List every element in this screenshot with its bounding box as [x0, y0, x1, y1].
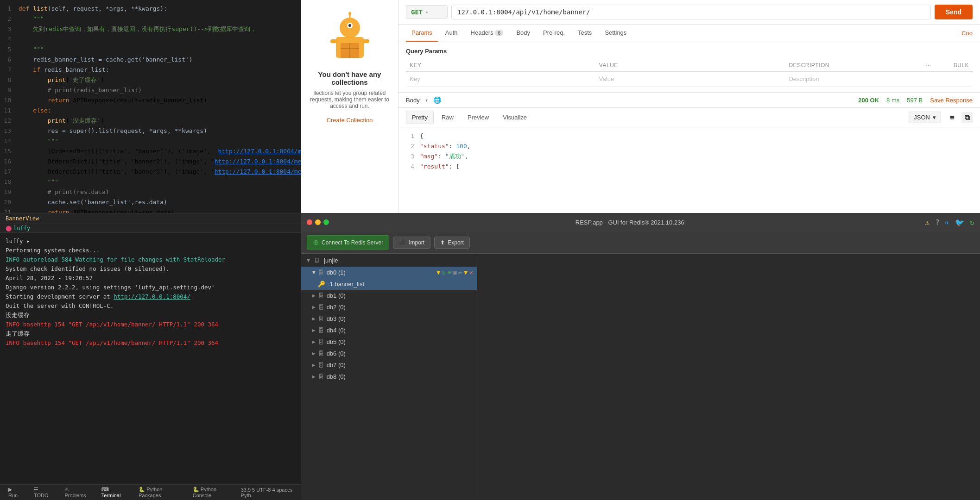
body-label: Body [406, 97, 420, 104]
tab-settings[interactable]: Settings [599, 25, 632, 42]
json-line-content: "result": [ [420, 162, 460, 172]
terminal-db-icon[interactable]: ▭ [459, 269, 462, 276]
tab-prereq[interactable]: Pre-req. [537, 25, 570, 42]
line-number: 6 [0, 55, 19, 65]
line-content: redis_banner_list = cache.get('banner_li… [19, 55, 301, 65]
db-expand-icon: ▶ [312, 350, 316, 356]
response-meta: Body ▾ 🌐 200 OK 8 ms 597 B Save Response [398, 92, 980, 108]
add-key-icon[interactable]: ⊕ [448, 269, 451, 276]
refresh-icon[interactable]: ↻ [970, 218, 974, 227]
resp-tab-raw[interactable]: Raw [436, 111, 460, 124]
svg-point-3 [348, 24, 351, 27]
key-placeholder[interactable]: Key [406, 72, 595, 87]
filter-icon[interactable]: ▼ [436, 269, 440, 276]
redis-db-row[interactable]: ▶ 🗄 db4 (0) [301, 325, 477, 336]
db-icon: 🗄 [318, 350, 324, 357]
method-label: GET [411, 8, 423, 16]
db-name: db2 (0) [327, 304, 346, 311]
line-content: print('没走缓存') [19, 116, 301, 126]
terminal-bottom-tab[interactable]: ⚠ Problems [62, 486, 91, 499]
terminal-bottom-tab[interactable]: ⌨ Terminal [99, 486, 128, 499]
db-expand-icon: ▶ [312, 304, 316, 310]
db-icon: 🗄 [318, 304, 324, 311]
export-icon: ⬆ [440, 239, 445, 246]
redis-db-row[interactable]: ▶ 🗄 db8 (0) [301, 371, 477, 382]
redis-sidebar: ▼🖥junjie ▼ 🗄 db0 (1) ▼ ↻ ⊕ ▣ ▭ ▼ ✕ 🔑 :1:… [301, 254, 477, 500]
redis-key-row[interactable]: 🔑 :1:banner_list [301, 278, 477, 290]
redis-db-row[interactable]: ▶ 🗄 db6 (0) [301, 348, 477, 359]
redis-db-row[interactable]: ▶ 🗄 db2 (0) [301, 301, 477, 313]
resp-tab-preview[interactable]: Preview [462, 111, 495, 124]
terminal-bottom-tab[interactable]: 🐍 Python Packages [136, 486, 183, 499]
postman-request-panel: GET ▾ Send Params Auth Headers 6 Body Pr… [398, 0, 980, 213]
terminal-bottom-tab[interactable]: ☰ TODO [31, 486, 54, 499]
method-select[interactable]: GET ▾ [406, 5, 448, 19]
line-content: if redis_banner_list: [19, 65, 301, 75]
maximize-button[interactable] [323, 219, 329, 225]
cookie-link[interactable]: Coo [961, 30, 973, 37]
resp-tab-visualize[interactable]: Visualize [497, 111, 533, 124]
terminal-bottom-tab[interactable]: 🐍 Python Console [190, 486, 234, 499]
terminal-link[interactable]: http://127.0.0.1:8004/ [114, 293, 190, 300]
view-icon[interactable]: ▣ [453, 269, 457, 276]
line-number: 18 [0, 177, 19, 187]
json-line: 2 "status": 100, [406, 141, 973, 151]
connect-redis-button[interactable]: ⊕ Connect To Redis Server [307, 235, 389, 250]
tab-body[interactable]: Body [511, 25, 536, 42]
redis-db-row[interactable]: ▶ 🗄 db5 (0) [301, 336, 477, 348]
line-content: res = super().list(request, *args, **kwa… [19, 126, 301, 136]
warning-icon[interactable]: ⚠ [925, 218, 929, 227]
copy-icon[interactable]: ⧉ [961, 112, 973, 123]
redis-db-row[interactable]: ▶ 🗄 db7 (0) [301, 359, 477, 371]
line-number: 19 [0, 187, 19, 197]
tab-headers[interactable]: Headers 6 [465, 25, 509, 42]
help-icon[interactable]: ? [935, 218, 940, 227]
desc-placeholder[interactable]: Description [785, 72, 922, 87]
code-line: 11 else: [0, 106, 301, 116]
request-tabs: Params Auth Headers 6 Body Pre-req. Test… [398, 25, 980, 42]
json-format-select[interactable]: JSON ▾ [909, 112, 941, 123]
redis-toolbar: ⊕ Connect To Redis Server ⬛ Import ⬆ Exp… [301, 231, 980, 254]
redis-db-row[interactable]: ▼ 🗄 db0 (1) ▼ ↻ ⊕ ▣ ▭ ▼ ✕ [301, 267, 477, 278]
db-name: db8 (0) [327, 373, 346, 380]
refresh-db-icon[interactable]: ↻ [442, 269, 446, 276]
wrap-icon[interactable]: ≡ [947, 112, 958, 123]
line-number: 7 [0, 65, 19, 75]
db-toolbar: ▼ ↻ ⊕ ▣ ▭ ▼ ✕ [436, 269, 473, 276]
redis-db-row[interactable]: ▶ 🗄 db3 (0) [301, 313, 477, 325]
db-expand-icon: ▶ [312, 293, 316, 299]
redis-server-row[interactable]: ▼🖥junjie [301, 254, 477, 267]
code-line: 17 OrderedDict([('title', 'banner3'), ('… [0, 167, 301, 177]
db-name: db7 (0) [327, 362, 346, 369]
terminal-line: Performing system checks... [6, 246, 296, 255]
redis-main: ▼🖥junjie ▼ 🗄 db0 (1) ▼ ↻ ⊕ ▣ ▭ ▼ ✕ 🔑 :1:… [301, 254, 980, 500]
tab-tests[interactable]: Tests [572, 25, 597, 42]
url-input[interactable] [451, 5, 931, 19]
terminal-panel: BannerView ⬤ luffy luffy ▸Performing sys… [0, 213, 301, 500]
line-number: 16 [0, 156, 19, 167]
import-button[interactable]: ⬛ Import [393, 237, 430, 249]
save-response-link[interactable]: Save Response [930, 97, 973, 104]
tab-auth[interactable]: Auth [440, 25, 463, 42]
no-collections-desc: llections let you group related requests… [301, 90, 398, 109]
twitter-icon[interactable]: 🐦 [955, 218, 964, 227]
tab-params[interactable]: Params [406, 25, 438, 42]
line-content: OrderedDict([('title', 'banner3'), ('ima… [19, 167, 301, 177]
redis-titlebar: RESP.app - GUI for Redis® 2021.10.236 ⚠ … [301, 213, 980, 231]
delete-db-icon[interactable]: ✕ [469, 269, 473, 276]
method-chevron-icon: ▾ [425, 10, 428, 15]
params-row-empty: Key Value Description [406, 72, 973, 87]
export-button[interactable]: ⬆ Export [434, 237, 470, 249]
line-number: 5 [0, 44, 19, 55]
send-button[interactable]: Send [935, 5, 973, 19]
value-placeholder[interactable]: Value [595, 72, 785, 87]
create-collection-link[interactable]: Create Collection [327, 117, 373, 124]
resp-tab-pretty[interactable]: Pretty [406, 111, 434, 124]
terminal-bottom-tab[interactable]: ▶ Run [6, 486, 24, 499]
close-button[interactable] [307, 219, 312, 225]
minimize-button[interactable] [315, 219, 321, 225]
db-expand-icon: ▶ [312, 316, 316, 322]
redis-db-row[interactable]: ▶ 🗄 db1 (0) [301, 290, 477, 301]
telegram-icon[interactable]: ✈ [945, 218, 950, 227]
warning-db-icon[interactable]: ▼ [464, 269, 468, 276]
